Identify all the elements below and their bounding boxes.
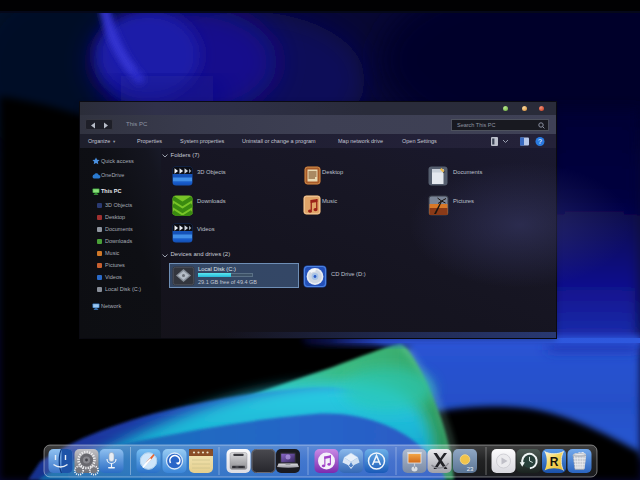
svg-text:R: R: [550, 455, 559, 469]
svg-text:23: 23: [467, 466, 474, 472]
